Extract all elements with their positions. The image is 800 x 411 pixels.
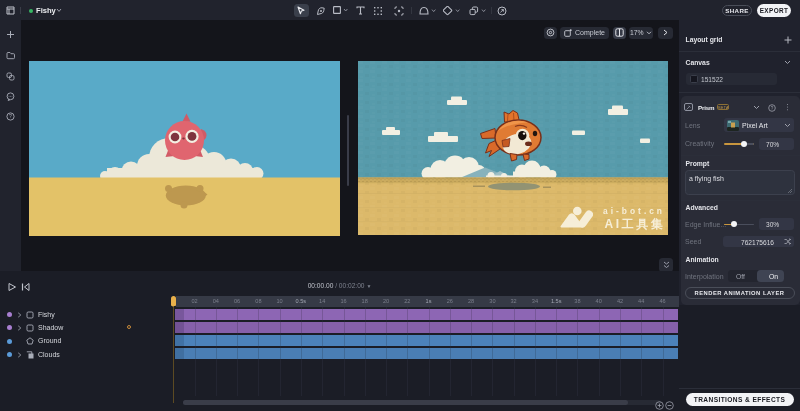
svg-text:?: ? (9, 113, 12, 119)
svg-text:?: ? (771, 105, 774, 110)
svg-text:ai-bot.cn: ai-bot.cn (603, 206, 665, 216)
svg-text:AI工具集: AI工具集 (604, 217, 665, 231)
svg-text:BETA: BETA (718, 106, 729, 110)
